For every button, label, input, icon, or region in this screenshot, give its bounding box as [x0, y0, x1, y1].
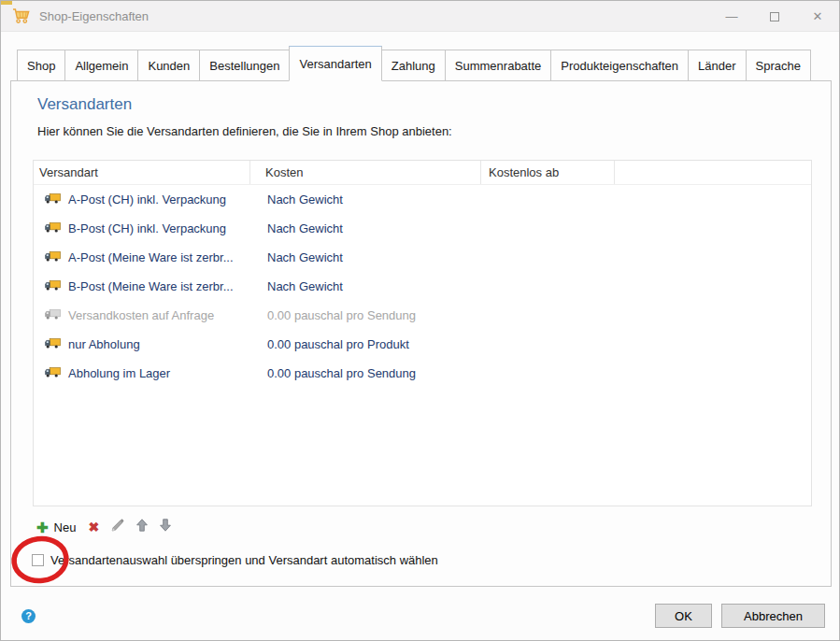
shipping-method-name: A-Post (Meine Ware ist zerbr...	[68, 250, 234, 264]
minimize-button[interactable]: —	[710, 1, 753, 32]
arrow-down-icon	[160, 519, 171, 535]
maximize-button[interactable]	[753, 1, 796, 32]
table-row[interactable]: B-Post (CH) inkl. Verpackung Nach Gewich…	[34, 214, 811, 243]
close-icon: ✕	[813, 9, 823, 23]
tab-sprache[interactable]: Sprache	[746, 50, 811, 81]
checkbox-label: Versandartenauswahl überspringen und Ver…	[50, 553, 438, 567]
shipping-method-name: B-Post (CH) inkl. Verpackung	[68, 221, 226, 235]
shipping-method-cost: Nach Gewicht	[250, 250, 481, 264]
shipping-method-name: Abholung im Lager	[68, 366, 170, 380]
shipping-method-cost: Nach Gewicht	[250, 221, 481, 235]
shipping-method-cost: Nach Gewicht	[250, 192, 481, 207]
column-header-empty	[615, 161, 811, 184]
move-down-button[interactable]	[160, 519, 171, 535]
table-row-disabled[interactable]: Versandkosten auf Anfrage 0.00 pauschal …	[34, 301, 811, 330]
table-header: Versandart Kosten Kostenlos ab	[34, 161, 811, 185]
tab-bestellungen[interactable]: Bestellungen	[199, 50, 290, 81]
column-header-kostenlos-ab[interactable]: Kostenlos ab	[481, 161, 615, 184]
skip-shipping-selection-option: Versandartenauswahl überspringen und Ver…	[32, 553, 438, 567]
ok-button[interactable]: OK	[655, 604, 712, 628]
tab-laender[interactable]: Länder	[688, 50, 746, 81]
shipping-method-cost: 0.00 pauschal pro Sendung	[250, 308, 481, 322]
shipping-method-cost: 0.00 pauschal pro Produkt	[250, 337, 481, 351]
tab-kunden[interactable]: Kunden	[137, 50, 200, 81]
maximize-icon	[770, 12, 779, 21]
tab-shop[interactable]: Shop	[17, 50, 65, 81]
truck-icon	[45, 337, 61, 351]
tab-summenrabatte[interactable]: Summenrabatte	[445, 50, 552, 81]
tab-allgemein[interactable]: Allgemein	[64, 50, 138, 81]
shop-properties-dialog: Shop-Eigenschaften — ✕ Shop Allgemein Ku…	[0, 0, 840, 641]
column-header-kosten[interactable]: Kosten	[250, 161, 481, 184]
window-controls: — ✕	[710, 1, 839, 32]
table-toolbar: ✚ Neu ✖	[36, 517, 171, 537]
plus-icon: ✚	[36, 520, 49, 534]
help-button[interactable]: ?	[21, 609, 36, 623]
shipping-method-name: A-Post (CH) inkl. Verpackung	[68, 192, 226, 207]
delete-icon: ✖	[88, 520, 99, 534]
truck-icon	[45, 250, 61, 264]
shipping-method-cost: Nach Gewicht	[250, 279, 481, 293]
page-description: Hier können Sie die Versandarten definie…	[37, 124, 452, 138]
arrow-up-icon	[136, 519, 148, 535]
edit-button[interactable]	[111, 519, 124, 535]
skip-shipping-selection-checkbox[interactable]	[32, 554, 44, 566]
pencil-icon	[111, 519, 124, 535]
shipping-method-cost: 0.00 pauschal pro Sendung	[250, 366, 481, 380]
shipping-method-name: B-Post (Meine Ware ist zerbr...	[68, 279, 234, 293]
minimize-icon: —	[726, 9, 738, 23]
truck-icon	[45, 221, 61, 235]
move-up-button[interactable]	[136, 519, 148, 535]
delete-button[interactable]: ✖	[88, 520, 99, 534]
shipping-method-name: Versandkosten auf Anfrage	[68, 308, 214, 322]
tab-strip: Shop Allgemein Kunden Bestellungen Versa…	[17, 46, 810, 81]
shipping-method-name: nur Abholung	[68, 337, 140, 351]
window-title: Shop-Eigenschaften	[39, 9, 149, 23]
question-mark-icon: ?	[25, 610, 32, 621]
table-row[interactable]: nur Abholung 0.00 pauschal pro Produkt	[34, 330, 811, 359]
background-window-artifact	[1, 1, 12, 5]
table-row[interactable]: A-Post (CH) inkl. Verpackung Nach Gewich…	[34, 185, 811, 214]
versandarten-panel: Versandarten Hier können Sie die Versand…	[10, 80, 832, 587]
truck-icon	[45, 279, 61, 293]
page-title: Versandarten	[37, 95, 132, 114]
shopping-cart-icon	[12, 7, 31, 24]
table-row[interactable]: A-Post (Meine Ware ist zerbr... Nach Gew…	[34, 243, 811, 272]
column-header-versandart[interactable]: Versandart	[34, 161, 250, 184]
titlebar: Shop-Eigenschaften — ✕	[1, 1, 839, 32]
truck-icon	[45, 308, 61, 322]
shipping-methods-table: Versandart Kosten Kostenlos ab A-Post (C…	[33, 160, 812, 506]
tab-produkteigenschaften[interactable]: Produkteigenschaften	[550, 50, 689, 81]
tab-zahlung[interactable]: Zahlung	[381, 50, 446, 81]
cancel-button[interactable]: Abbrechen	[721, 604, 825, 628]
table-row[interactable]: B-Post (Meine Ware ist zerbr... Nach Gew…	[34, 272, 811, 301]
new-button[interactable]: ✚ Neu	[36, 520, 76, 534]
truck-icon	[45, 366, 61, 380]
tab-versandarten[interactable]: Versandarten	[289, 46, 381, 81]
new-button-label: Neu	[54, 520, 77, 534]
truck-icon	[45, 192, 61, 207]
table-row[interactable]: Abholung im Lager 0.00 pauschal pro Send…	[34, 359, 811, 388]
close-button[interactable]: ✕	[796, 1, 839, 32]
